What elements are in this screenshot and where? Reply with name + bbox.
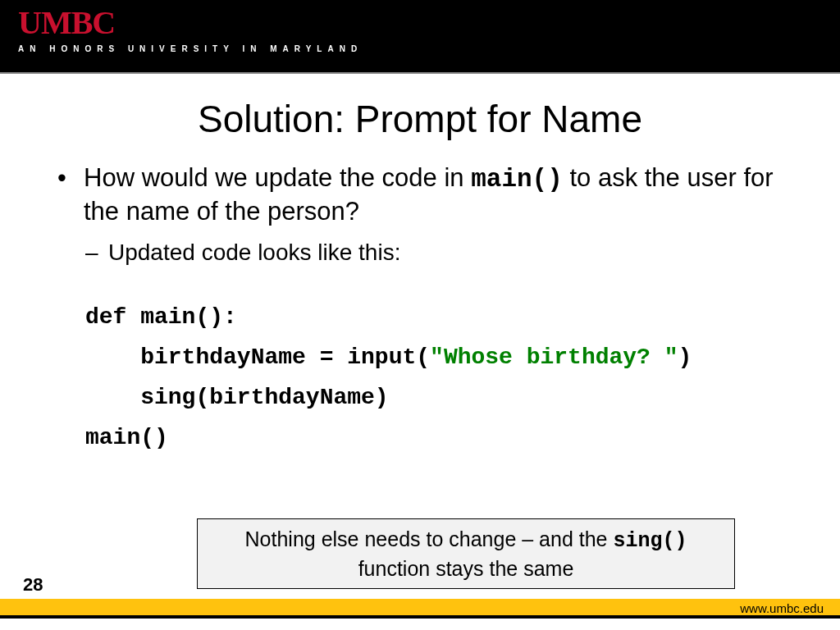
code-line-2c: ) xyxy=(678,345,692,370)
code-line-4: main() xyxy=(85,425,168,450)
page-number: 28 xyxy=(23,574,43,596)
logo-text: UMBC xyxy=(18,7,840,39)
code-line-3: sing(birthdayName) xyxy=(85,385,389,410)
bullet-sub: Updated code looks like this: xyxy=(57,240,807,266)
note-text-1: Nothing else needs to change – and the xyxy=(245,527,614,550)
bullet-main: How would we update the code in main() t… xyxy=(57,162,807,228)
slide: UMBC AN HONORS UNIVERSITY IN MARYLAND So… xyxy=(0,0,840,630)
bullet-text-pre: How would we update the code in xyxy=(84,163,471,192)
note-code: sing() xyxy=(613,529,687,553)
slide-title: Solution: Prompt for Name xyxy=(0,97,840,141)
note-box: Nothing else needs to change – and the s… xyxy=(197,518,735,589)
code-string: "Whose birthday? " xyxy=(430,345,678,370)
code-line-1: def main(): xyxy=(85,304,237,330)
logo-tagline: AN HONORS UNIVERSITY IN MARYLAND xyxy=(18,44,840,53)
footer-url: www.umbc.edu xyxy=(740,601,824,615)
content-area: How would we update the code in main() t… xyxy=(0,141,840,458)
note-text-2: function stays the same xyxy=(358,557,574,580)
code-block: def main(): birthdayName = input("Whose … xyxy=(85,297,807,458)
bullet-code: main() xyxy=(471,165,563,194)
code-line-2a: birthdayName = input( xyxy=(85,345,430,370)
footer-line xyxy=(0,615,840,619)
footer-bar xyxy=(0,599,840,615)
header-bar: UMBC AN HONORS UNIVERSITY IN MARYLAND xyxy=(0,0,840,74)
